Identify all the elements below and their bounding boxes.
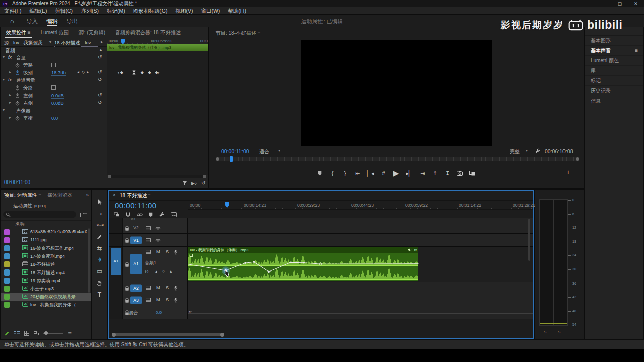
mark-out-icon[interactable]: } [342,170,348,176]
solo-left-button[interactable]: S [544,330,546,334]
fx-badge-icon[interactable]: fx [8,77,12,82]
right-panel-item-基本图形[interactable]: 基本图形 [585,36,643,46]
pen-tool[interactable] [92,254,107,265]
snap-icon[interactable] [125,212,131,217]
right-panel-item-标记[interactable]: 标记 [585,76,643,86]
label-color-chip[interactable] [4,302,10,308]
bypass-checkbox[interactable] [51,63,56,67]
keyframe-icon[interactable]: ◆ [141,70,144,75]
label-color-chip[interactable] [4,269,10,276]
mute-button[interactable]: M [156,297,160,302]
stopwatch-icon[interactable] [15,63,20,68]
project-search-input[interactable] [12,211,74,218]
chevron-down-icon[interactable]: ▾ [526,148,528,153]
project-item[interactable]: 小王子.mp3 [1,285,91,293]
lock-icon[interactable] [125,298,129,303]
track-target-V2[interactable]: V2 [130,224,142,232]
project-item[interactable]: 19-凉卖萌.mp4 [1,277,91,285]
audio-section-header[interactable]: 音频 ▴ [1,47,107,54]
slider-knob[interactable] [44,331,48,335]
lock-icon[interactable] [125,262,129,267]
menu-item-标记(M)[interactable]: 标记(M) [103,7,129,15]
add-keyframe-icon[interactable]: ○ [162,269,165,274]
mute-button[interactable]: M [156,285,160,290]
settings-wrench-icon[interactable] [535,148,540,154]
volume-rubber-band[interactable] [188,247,419,281]
panel-menu-icon[interactable]: ≡ [39,192,42,198]
play-icon[interactable]: ▶ [393,169,399,178]
lift-icon[interactable]: ↥ [432,170,438,177]
show-keyframes-icon[interactable]: ⊙ [145,269,149,274]
track-target-A3[interactable]: A3 [130,296,142,304]
sync-lock-icon[interactable] [146,238,151,242]
sync-lock-icon[interactable] [146,226,151,230]
track-content-V3[interactable] [188,218,533,222]
twirl-icon[interactable]: ▾ [3,77,5,82]
project-item[interactable]: 18-不好描述 [1,260,91,268]
menu-item-帮助(H)[interactable]: 帮助(H) [224,7,250,15]
solo-button[interactable]: S [166,297,169,302]
track-output-eye-icon[interactable] [155,226,161,230]
sequence-clip-selector[interactable]: 18-不好描述 · luv -... [54,40,98,47]
close-sequence-icon[interactable]: × [113,192,116,198]
freeform-view-icon[interactable] [34,331,39,336]
play-around-icon[interactable]: # [381,170,387,176]
twirl-icon[interactable]: ▸ [9,115,11,120]
project-item[interactable]: 1111.jpg [1,236,91,244]
label-color-chip[interactable] [4,286,10,292]
tab-overflow-icon[interactable]: » [86,190,89,200]
track-content-混合[interactable]: ⇤ [188,306,533,319]
comparison-view-icon[interactable] [469,171,475,176]
step-forward-icon[interactable]: ▸▏ [406,170,413,177]
project-item[interactable]: 16-波奇不想工作.mp4 [1,244,91,252]
source-patch-a1[interactable]: A1 [111,248,121,275]
voiceover-mic-icon[interactable] [174,249,178,255]
lock-icon[interactable] [125,286,129,291]
tab-project[interactable]: 项目: 运动属性≡ [4,190,41,200]
label-color-chip[interactable] [4,245,10,251]
twirl-icon[interactable]: ▸ [9,70,11,74]
keyframe-icon[interactable]: ▸ [158,70,160,75]
sync-lock-icon[interactable] [146,298,151,302]
track-content-V2[interactable] [188,222,533,233]
fx-badge-icon[interactable]: fx [8,55,12,60]
mini-playhead-line[interactable] [123,44,123,175]
program-playhead[interactable] [230,156,233,162]
sync-lock-icon[interactable] [146,286,151,290]
tab-音频剪辑混合器: 18-不好描述[interactable]: 音频剪辑混合器: 18-不好描述 [110,27,186,38]
twirl-icon[interactable]: ▾ [3,108,5,112]
loop-icon[interactable]: ↺ [201,180,205,186]
scrubber-end-handle[interactable] [576,157,579,161]
param-value[interactable]: 0.0dB [51,100,64,106]
keyframe-icon[interactable]: ◂ [117,70,119,75]
project-file-name[interactable]: 运动属性.prproj [13,203,46,209]
right-panel-item-基本声音[interactable]: 基本声音≡ [585,46,643,56]
param-value[interactable]: 18.7db [51,70,66,76]
go-to-in-icon[interactable]: ⇤ [355,170,361,177]
menu-item-图形和标题(G)[interactable]: 图形和标题(G) [129,7,172,15]
timeline-vertical-scrollbar[interactable] [528,219,530,261]
add-marker-icon[interactable] [317,171,323,176]
right-panel-item-历史记录[interactable]: 历史记录 [585,86,643,96]
project-item[interactable]: 20秒自然双快视频背景 [1,293,91,301]
previous-keyframe-icon[interactable]: ◂ [155,269,157,274]
timeline-timecode[interactable]: 00:00:11:00 [115,201,157,210]
timeline-ruler[interactable]: 00:0000:00:14:2300:00:29:2300:00:44:2300… [188,202,533,210]
reset-icon[interactable]: ↺ [98,77,102,82]
hand-tool[interactable] [92,277,107,289]
icon-view-icon[interactable] [24,331,29,336]
selection-tool[interactable] [92,196,107,208]
solo-button[interactable]: S [166,285,169,290]
twirl-icon[interactable]: ▸ [9,100,11,105]
panel-menu-icon[interactable]: ≡ [635,46,638,56]
label-color-chip[interactable] [4,237,10,243]
label-color-chip[interactable] [4,253,10,259]
new-bin-folder-icon[interactable] [80,212,87,217]
lock-icon[interactable] [125,226,129,231]
project-writable-icon[interactable] [4,331,10,336]
label-color-chip[interactable] [4,294,10,300]
master-volume-value[interactable]: 0.0 [156,310,162,315]
type-tool[interactable]: T [92,289,107,300]
twirl-icon[interactable]: ▸ [9,93,11,97]
panel-menu-icon[interactable]: ≡ [26,30,31,35]
